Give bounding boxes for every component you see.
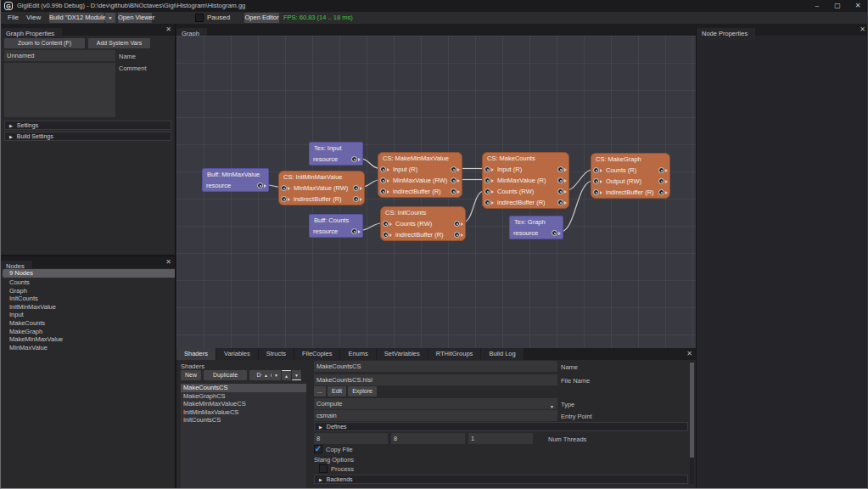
build-button[interactable]: Build "DX12 Module" [49,13,104,23]
output-pin[interactable] [451,177,460,183]
move-to-top-button[interactable]: ▲ [282,370,291,380]
shader-list-item-initcountscs[interactable]: InitCountsCS [181,416,306,424]
open-viewer-button[interactable]: Open Viewer [118,13,152,23]
graph-name-field[interactable] [4,50,115,61]
entry-point-field[interactable] [314,410,557,421]
output-pin[interactable] [658,178,668,184]
shader-type-dropdown[interactable]: Compute ▼ [314,398,557,409]
build-dropdown-icon[interactable]: ▼ [105,13,115,23]
graph-node-cs-makegraph[interactable]: CS: MakeGraphCounts (R)Output (RW)indire… [591,153,670,199]
copy-file-checkbox[interactable] [314,445,322,453]
input-pin[interactable] [593,178,602,184]
build-settings-section-header[interactable]: ▶ Build Settings [4,132,171,141]
nodes-list-item-makeminmaxvalue[interactable]: MakeMinMaxValue [1,335,175,344]
graph-node-buff-counts[interactable]: Buff: Countsresource [309,214,363,238]
graph-node-buff-minmaxvalue[interactable]: Buff: MinMaxValueresource [202,168,269,192]
input-pin[interactable] [380,177,389,183]
backends-section-header[interactable]: ▶ Backends [314,475,688,484]
output-pin[interactable] [257,183,266,188]
tab-shaders[interactable]: Shaders [176,348,216,360]
node-properties-close-icon[interactable]: ✕ [860,24,865,36]
output-pin[interactable] [451,166,460,172]
nodes-list-item-initminmaxvalue[interactable]: InitMinMaxValue [1,303,175,312]
graph-comment-field[interactable] [4,63,115,117]
output-pin[interactable] [557,200,567,205]
nodes-list-item-makegraph[interactable]: MakeGraph [1,328,175,336]
input-pin[interactable] [593,167,602,173]
tab-setvariables[interactable]: SetVariables [377,348,428,360]
output-pin[interactable] [557,166,567,172]
input-pin[interactable] [484,188,494,194]
shader-file-field[interactable] [314,374,557,385]
duplicate-shader-button[interactable]: Duplicate [204,370,247,380]
tab-variables[interactable]: Variables [216,348,258,360]
nodes-list-item-input[interactable]: Input [1,311,175,319]
tab-build-log[interactable]: Build Log [481,348,523,360]
output-pin[interactable] [658,167,668,173]
output-pin[interactable] [658,189,668,195]
nodes-list-item-minmaxvalue[interactable]: MinMaxValue [1,344,175,352]
form-scrollbar-thumb[interactable] [690,363,694,458]
shader-list-item-initminmaxvaluecs[interactable]: InitMinMaxValueCS [181,408,306,417]
add-system-vars-button[interactable]: Add System Vars [88,38,150,48]
graph-node-tex-input[interactable]: Tex: Inputresource [309,142,363,166]
nodes-list-item-initcounts[interactable]: InitCounts [1,295,175,303]
output-pin[interactable] [454,232,463,238]
defines-section-header[interactable]: ▶ Defines [314,422,688,431]
input-pin[interactable] [383,232,392,238]
move-down-button[interactable]: ▼ [272,370,281,380]
output-pin[interactable] [451,188,460,194]
maximize-button[interactable]: ▢ [827,0,848,12]
graph-node-tex-graph[interactable]: Tex: Graphresource [509,216,563,239]
tab-structs[interactable]: Structs [259,348,294,360]
input-pin[interactable] [281,185,290,191]
form-scrollbar[interactable] [690,361,694,484]
output-pin[interactable] [351,156,361,162]
move-to-bottom-button[interactable]: ▼ [292,370,301,380]
shader-list-item-makegraphcs[interactable]: MakeGraphCS [181,392,306,401]
input-pin[interactable] [380,188,389,194]
editor-panel-close-icon[interactable]: ✕ [686,348,692,360]
settings-section-header[interactable]: ▶ Settings [4,121,171,130]
explore-file-button[interactable]: Explore [348,386,377,396]
menu-view[interactable]: View [24,12,43,24]
input-pin[interactable] [484,166,494,172]
graph-node-cs-makeminmaxvalue[interactable]: CS: MakeMinMaxValueInput (R)MinMaxValue … [378,152,462,198]
menu-file[interactable]: File [5,12,21,24]
graph-properties-close-icon[interactable]: ✕ [165,24,171,36]
paused-checkbox[interactable] [195,14,204,22]
output-pin[interactable] [557,188,567,194]
close-button[interactable]: ✕ [848,0,868,12]
minimize-button[interactable]: – [807,0,827,12]
output-pin[interactable] [454,221,463,227]
tab-enums[interactable]: Enums [340,348,375,360]
browse-file-button[interactable]: ... [314,386,326,396]
num-threads-z-field[interactable] [468,433,533,444]
input-pin[interactable] [484,177,494,183]
input-pin[interactable] [380,166,389,172]
nodes-list-item-graph[interactable]: Graph [1,287,175,295]
graph-node-cs-initcounts[interactable]: CS: InitCountsCounts (RW)indirectBuffer … [380,206,466,241]
new-shader-button[interactable]: New [181,370,201,380]
graph-node-cs-makecounts[interactable]: CS: MakeCountsInput (R)MinMaxValue (R)Co… [482,152,569,209]
open-editor-button[interactable]: Open Editor [244,13,279,23]
zoom-to-content-button[interactable]: Zoom to Content (F) [4,38,85,48]
output-pin[interactable] [353,185,362,191]
shader-list-item-makeminmaxvaluecs[interactable]: MakeMinMaxValueCS [181,400,306,408]
graph-canvas[interactable]: Buff: MinMaxValueresourceCS: InitMinMaxV… [176,36,696,348]
process-checkbox[interactable] [319,464,328,473]
input-pin[interactable] [281,196,290,202]
tab-rthitgroups[interactable]: RTHitGroups [428,348,481,360]
nodes-list-item-makecounts[interactable]: MakeCounts [1,319,175,328]
num-threads-x-field[interactable] [314,433,388,444]
output-pin[interactable] [353,196,362,202]
output-pin[interactable] [557,177,567,183]
input-pin[interactable] [593,189,602,195]
output-pin[interactable] [552,230,561,236]
num-threads-y-field[interactable] [391,433,465,444]
shader-list-item-makecountscs[interactable]: MakeCountsCS [181,384,306,392]
shader-name-field[interactable] [314,361,557,372]
input-pin[interactable] [383,221,392,227]
tab-filecopies[interactable]: FileCopies [294,348,339,360]
graph-node-cs-initminmaxvalue[interactable]: CS: InitMinMaxValueMinMaxValue (RW)indir… [278,171,365,205]
